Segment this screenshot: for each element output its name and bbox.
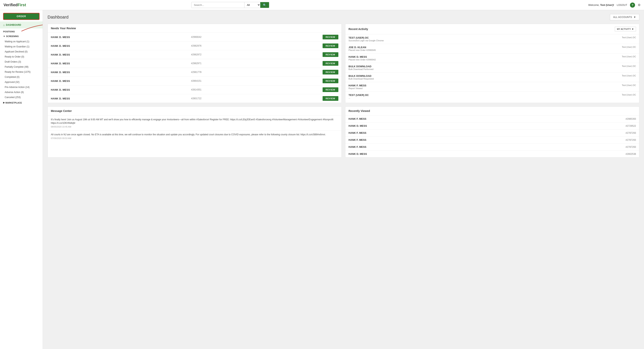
sidebar-screening-item[interactable]: Waiting on Guardian (1) [0, 44, 43, 49]
home-icon: ⌂ [3, 24, 5, 27]
search-button[interactable]: 🔍 [260, 2, 269, 8]
review-button[interactable]: REVIEW [322, 87, 338, 92]
review-item-name: HANK D. MESS [51, 62, 70, 65]
review-item-id: #2982972 [191, 53, 202, 56]
help-button[interactable]: ? [630, 3, 635, 8]
dropdown-arrow-icon: ▼ [634, 16, 636, 19]
sidebar: ORDER ⌂ DASHBOARD POSITIONS ▼ SCREENING … [0, 10, 43, 349]
review-button[interactable]: REVIEW [322, 96, 338, 101]
review-button[interactable]: REVIEW [322, 70, 338, 75]
review-button[interactable]: REVIEW [322, 35, 338, 39]
review-item-name: HANK D. MESS [51, 88, 70, 91]
logo-verified: Verified [4, 3, 18, 7]
review-item-id: #2981778 [191, 71, 202, 74]
sidebar-screening-item[interactable]: Draft Orders (3) [0, 59, 43, 64]
review-item-name: HANK D. MESS [51, 53, 70, 56]
message-item: All courts in NJ are once again closed. … [48, 130, 342, 142]
review-item-id: #2801722 [191, 97, 202, 100]
recent-activity-header: Recent Activity MY ACTIVITY ▼ [346, 24, 639, 34]
my-activity-button[interactable]: MY ACTIVITY ▼ [615, 27, 636, 31]
review-item-name: HANK D. MESS [51, 36, 70, 39]
chevron-down-icon: ▼ [3, 35, 5, 38]
review-button[interactable]: REVIEW [322, 52, 338, 57]
review-item-id: #2982976 [191, 45, 202, 47]
viewed-item-id: #2787293 [626, 132, 636, 134]
activity-actor: Test (User) DC [622, 46, 636, 48]
settings-button[interactable]: ⚙ [638, 3, 640, 7]
marketplace-expand[interactable]: ▶ MARKETPLACE [0, 100, 43, 106]
review-item: HANK D. MESS #2801722 REVIEW [48, 94, 342, 103]
search-filter-select[interactable]: All Name Order # [244, 2, 260, 8]
viewed-item-name: HANK D. MESS [348, 152, 367, 155]
review-item: HANK D. MESS #2982972 REVIEW [48, 50, 342, 59]
viewed-items-list: HANK F. MESS #2985393 HANK D. MESS #2729… [346, 115, 639, 157]
activity-desc: Report Viewed [348, 87, 619, 90]
order-button[interactable]: ORDER [3, 13, 40, 20]
review-item: HANK D. MESS #2814351 REVIEW [48, 85, 342, 94]
sidebar-screening-item[interactable]: Adverse Action (6) [0, 90, 43, 95]
sidebar-screening-item[interactable]: Approved (32) [0, 80, 43, 85]
activity-actor: Test (User) DC [622, 75, 636, 77]
activity-item: Test (User) DC Successful Login via Goog… [346, 34, 639, 44]
review-item-name: HANK D. MESS [51, 80, 70, 83]
review-item-name: HANK D. MESS [51, 45, 70, 47]
review-item-name: HANK D. MESS [51, 97, 70, 100]
sidebar-screening-item[interactable]: Ready for Review (1375) [0, 69, 43, 75]
review-item-id: #2982971 [191, 62, 202, 65]
recently-viewed-title: Recently Viewed [348, 109, 370, 113]
sidebar-screening-item[interactable]: Waiting on Applicant (1) [0, 39, 43, 44]
needs-review-panel: Needs Your Review HANK D. MESS #2990042 … [48, 24, 342, 103]
sidebar-screening-item[interactable]: Applicant Declined (0) [0, 49, 43, 54]
header: Verified First All Name Order # 🔍 Welcom… [0, 0, 644, 10]
activity-item: Bulk Download Bulk Download Performed Te… [346, 63, 639, 73]
review-item: HANK D. MESS #2990042 REVIEW [48, 33, 342, 42]
viewed-item-name: HANK F. MESS [348, 138, 366, 141]
viewed-item-name: HANK F. MESS [348, 145, 366, 148]
header-right: Welcome, Test (User)! LOGOUT ? ⚙ [588, 3, 640, 8]
activity-item: HANK D. MESS Placed new Order #2990042 T… [346, 54, 639, 63]
chevron-right-icon: ▶ [3, 101, 5, 104]
activity-desc: Successful Login via Google Chrome [348, 39, 619, 42]
screening-expand[interactable]: ▼ SCREENING [0, 34, 43, 39]
sidebar-screening-item[interactable]: Canceled (253) [0, 95, 43, 100]
activity-item: Bulk Download Bulk Download Requested Te… [346, 73, 639, 82]
activity-actor: Test (User) DC [622, 36, 636, 39]
welcome-text: Welcome, Test (User)! [588, 4, 614, 7]
review-item: HANK D. MESS #2864151 REVIEW [48, 77, 342, 85]
review-button[interactable]: REVIEW [322, 61, 338, 66]
dashboard-nav-item[interactable]: ⌂ DASHBOARD [0, 22, 43, 29]
recent-activity-panel: Recent Activity MY ACTIVITY ▼ Test (User… [345, 24, 639, 103]
activity-name: HANK F. MESS [348, 84, 619, 87]
activity-name: Test (User) DC [348, 36, 619, 39]
logout-button[interactable]: LOGOUT [617, 4, 627, 7]
viewed-item-id: #2802538 [626, 153, 636, 155]
review-button[interactable]: REVIEW [322, 79, 338, 83]
message-items-list: It's finally here! Join us August 19th a… [48, 115, 342, 142]
viewed-item: HANK F. MESS #2787293 [346, 144, 639, 151]
sidebar-screening-item[interactable]: Pre-Adverse Action (14) [0, 85, 43, 90]
review-item-id: #2864151 [191, 80, 202, 82]
all-accounts-button[interactable]: ALL ACCOUNTS ▼ [610, 14, 639, 20]
activity-name: Bulk Download [348, 75, 619, 77]
message-center-header: Message Center [48, 107, 342, 115]
review-button[interactable]: REVIEW [322, 44, 338, 48]
page-header: Dashboard ALL ACCOUNTS ▼ [48, 14, 639, 20]
activity-name: JOE D. KLEAN [348, 46, 619, 49]
sidebar-screening-item[interactable]: Completed (0) [0, 75, 43, 80]
activity-desc: Bulk Download Performed [348, 68, 619, 70]
screening-items-list: Waiting on Applicant (1)Waiting on Guard… [0, 39, 43, 100]
activity-item: HANK F. MESS Report Viewed Test (User) D… [346, 82, 639, 92]
sidebar-screening-item[interactable]: Ready to Order (0) [0, 54, 43, 59]
viewed-item-name: HANK F. MESS [348, 117, 366, 120]
viewed-item: HANK F. MESS #2787293 [346, 137, 639, 144]
sidebar-screening-item[interactable]: Partially Complete (48) [0, 64, 43, 69]
review-item-name: HANK D. MESS [51, 71, 70, 74]
search-area: All Name Order # 🔍 [191, 2, 269, 8]
message-item: It's finally here! Join us August 19th a… [48, 115, 342, 130]
activity-name: Test (User) DC [348, 94, 619, 97]
viewed-item-id: #2787293 [626, 139, 636, 141]
search-input[interactable] [192, 2, 244, 8]
review-items-list: HANK D. MESS #2990042 REVIEW HANK D. MES… [48, 33, 342, 103]
review-item-id: #2814351 [191, 88, 202, 91]
viewed-item: HANK F. MESS #2787293 [346, 129, 639, 137]
